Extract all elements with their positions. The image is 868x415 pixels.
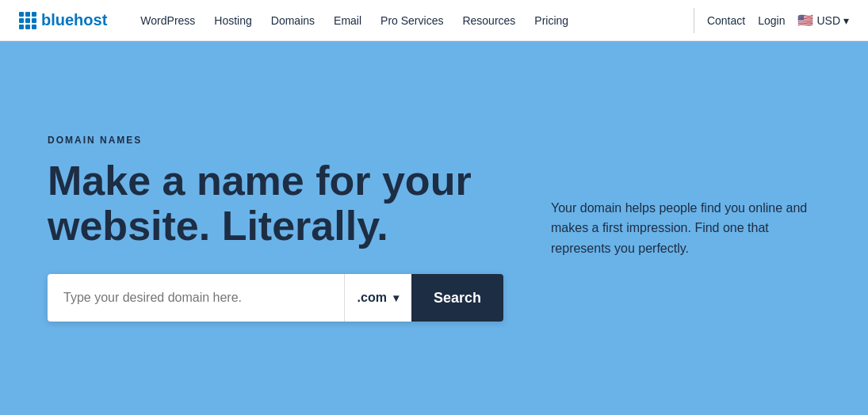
logo[interactable]: bluehost (19, 11, 107, 29)
flag-icon: 🇺🇸 (797, 13, 813, 28)
hero-section: DOMAIN NAMES Make a name for your websit… (0, 41, 868, 415)
chevron-down-icon: ▾ (843, 14, 849, 27)
hero-description: Your domain helps people find you online… (551, 198, 820, 259)
nav-item-pricing[interactable]: Pricing (526, 10, 576, 32)
hero-right: Your domain helps people find you online… (551, 198, 820, 259)
tld-selector[interactable]: .com ▾ (344, 274, 411, 322)
currency-selector[interactable]: 🇺🇸 USD ▾ (797, 13, 849, 28)
nav-right: Contact Login 🇺🇸 USD ▾ (707, 13, 849, 28)
domain-search-input[interactable] (48, 274, 344, 322)
nav-item-pro-services[interactable]: Pro Services (373, 10, 451, 32)
nav-item-wordpress[interactable]: WordPress (132, 10, 203, 32)
nav-item-email[interactable]: Email (326, 10, 369, 32)
logo-text: bluehost (41, 11, 107, 29)
nav-divider (694, 8, 694, 33)
nav-item-resources[interactable]: Resources (454, 10, 523, 32)
currency-label: USD (816, 14, 840, 27)
domain-search-bar: .com ▾ Search (48, 274, 503, 322)
nav-item-hosting[interactable]: Hosting (206, 10, 259, 32)
tld-chevron-down-icon: ▾ (393, 291, 399, 304)
navbar: bluehost WordPress Hosting Domains Email… (0, 0, 868, 41)
hero-title: Make a name for your website. Literally. (48, 158, 503, 249)
tld-value: .com (358, 291, 387, 305)
contact-link[interactable]: Contact (707, 14, 745, 27)
logo-grid-icon (19, 12, 36, 29)
nav-item-domains[interactable]: Domains (263, 10, 323, 32)
domain-label: DOMAIN NAMES (48, 135, 503, 146)
hero-left: DOMAIN NAMES Make a name for your websit… (48, 135, 503, 322)
login-link[interactable]: Login (758, 14, 785, 27)
nav-links: WordPress Hosting Domains Email Pro Serv… (132, 10, 681, 32)
search-button[interactable]: Search (411, 274, 503, 322)
